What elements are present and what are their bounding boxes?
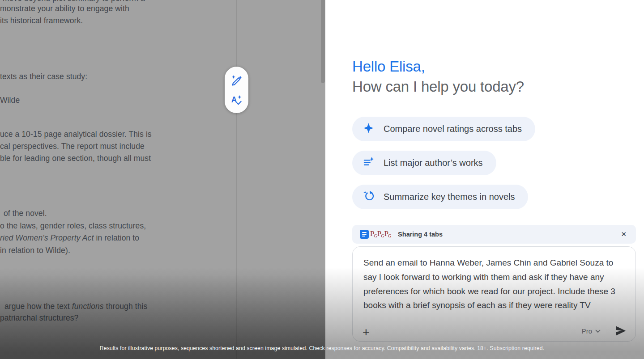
prompt-input-text[interactable]: Send an email to Hanna Weber, James Chin…	[363, 256, 625, 313]
gutenberg-icon: PG	[370, 229, 378, 239]
doc-text-line: o the laws, gender roles, class structur…	[0, 221, 146, 231]
model-selector-dropdown[interactable]: Pro	[582, 327, 601, 335]
chevron-down-icon	[595, 327, 601, 335]
doc-text-line: of the novel.	[4, 209, 47, 218]
suggestion-chip-label: List major author’s works	[384, 158, 483, 168]
sharing-tabs-label: Sharing 4 tabs	[398, 231, 619, 238]
greeting-question: How can I help you today?	[352, 76, 524, 97]
close-icon[interactable]: ✕	[619, 228, 628, 240]
prompt-input-card[interactable]: Send an email to Hanna Weber, James Chin…	[352, 246, 636, 342]
doc-text-line: texts as their case study:	[0, 72, 87, 81]
dimmed-document-area: move beyond plot summary to perform a mo…	[0, 0, 325, 359]
doc-text-line: ble for leading one section, though all …	[0, 154, 151, 163]
greeting: Hello Elisa, How can I help you today?	[352, 56, 524, 97]
tab-favicons: PG PG PG	[360, 229, 391, 239]
page-divider-line	[236, 0, 237, 359]
svg-text:A: A	[231, 95, 237, 104]
suggestion-chip-list-works[interactable]: List major author’s works	[352, 151, 496, 175]
footer-disclaimer: Results for illustrative purposes, seque…	[0, 345, 644, 351]
google-docs-icon	[360, 230, 369, 239]
doc-text-line: in relation to Wilde).	[0, 246, 70, 255]
doc-text-line: cal perspectives. The report must includ…	[0, 142, 145, 151]
greeting-name: Hello Elisa,	[352, 56, 524, 76]
doc-text-line: patriarchal structures?	[0, 313, 78, 323]
add-attachment-button[interactable]: +	[363, 326, 370, 338]
send-button[interactable]	[614, 324, 627, 338]
suggestion-chip-label: Compare novel ratings across tabs	[384, 124, 522, 134]
doc-text-line: uce a 10-15 page analytical dossier. Thi…	[0, 130, 152, 139]
writing-tools-toolbar: A	[225, 67, 248, 113]
list-sparkle-icon	[363, 156, 374, 169]
suggestion-chip-label: Summarize key themes in novels	[384, 192, 515, 202]
prompt-area: PG PG PG Sharing 4 tabs ✕ Send an email …	[352, 225, 636, 342]
help-me-write-icon[interactable]	[230, 74, 243, 86]
doc-text-line: argue how the text functions through thi…	[4, 302, 147, 311]
refresh-sparkle-icon	[363, 190, 374, 203]
assistant-side-panel: Hello Elisa, How can I help you today? C…	[325, 0, 644, 359]
gutenberg-icon: PG	[377, 229, 385, 239]
doc-text-line: Wilde	[0, 96, 20, 105]
sparkle-icon	[363, 122, 374, 135]
gutenberg-icon: PG	[384, 229, 392, 239]
doc-text-line: move beyond plot summary to perform a	[3, 0, 145, 3]
proofread-icon[interactable]: A	[230, 94, 243, 106]
scrollbar-thumb[interactable]	[321, 0, 325, 83]
suggestion-chip-summarize-themes[interactable]: Summarize key themes in novels	[352, 185, 528, 209]
sharing-tabs-bar[interactable]: PG PG PG Sharing 4 tabs ✕	[352, 225, 636, 244]
model-label: Pro	[582, 327, 592, 335]
suggestion-chip-compare-ratings[interactable]: Compare novel ratings across tabs	[352, 117, 535, 141]
doc-text-line: ried Women's Property Act in relation to	[0, 233, 139, 243]
doc-text-line: monstrate your ability to engage with	[0, 4, 129, 13]
doc-text-line: its historical framework.	[0, 16, 83, 25]
suggestion-chips: Compare novel ratings across tabs List m…	[352, 117, 535, 219]
